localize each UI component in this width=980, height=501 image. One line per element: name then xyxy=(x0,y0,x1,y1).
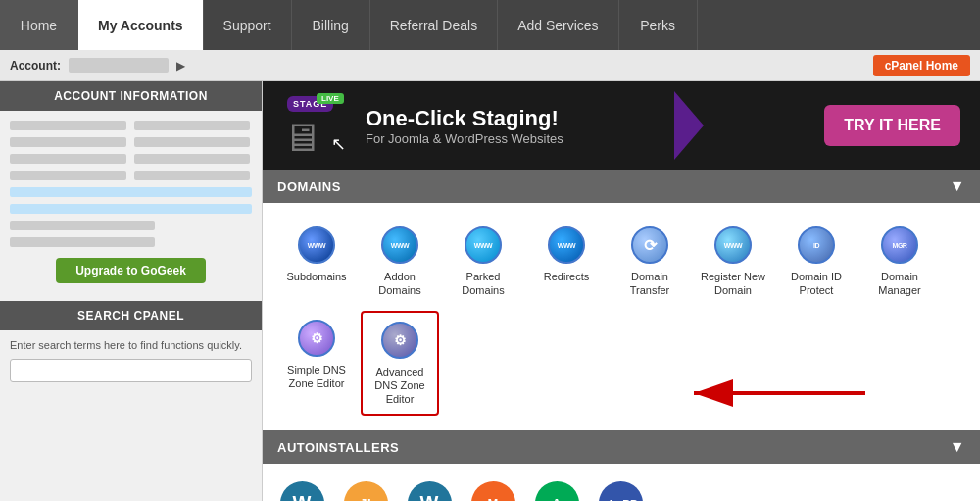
app5-autoinstaller-item[interactable]: A xyxy=(532,474,581,501)
domains-icons-grid: WWW Subdomains WWW Addon Domains WWW Par… xyxy=(263,203,980,430)
addon-domains-icon-item[interactable]: WWW Addon Domains xyxy=(361,218,439,306)
main-layout: ACCOUNT INFORMATION Upgrade to GoGeek SE… xyxy=(0,81,980,501)
account-bar-left: Account: •••••••••••• ▶ xyxy=(10,58,185,73)
domain-transfer-label: Domain Transfer xyxy=(615,270,684,298)
banner-text: One-Click Staging! For Joomla & WordPres… xyxy=(366,106,564,146)
domain-manager-icon-item[interactable]: MGR Domain Manager xyxy=(860,218,939,306)
domains-section-header[interactable]: DOMAINS ▼ xyxy=(263,170,980,203)
simple-dns-label: Simple DNS Zone Editor xyxy=(282,363,351,391)
register-new-domain-label: Register New Domain xyxy=(699,270,767,298)
redirects-icon: WWW xyxy=(547,225,586,265)
account-info-section: Upgrade to GoGeek xyxy=(0,111,262,301)
content-area: STAGE LIVE 🖥 ↖ One-Click Staging! For Jo… xyxy=(263,81,980,501)
autoinstallers-title: AUTOINSTALLERS xyxy=(277,440,399,455)
joomla-autoinstaller-item[interactable]: J! xyxy=(341,474,390,501)
account-label: Account: xyxy=(10,59,61,73)
addon-domains-icon: WWW xyxy=(380,225,419,265)
account-value: •••••••••••• xyxy=(69,58,169,73)
simple-dns-icon: ⚙ xyxy=(297,319,336,358)
subdomains-icon-item[interactable]: WWW Subdomains xyxy=(277,218,356,306)
parked-domains-icon: WWW xyxy=(464,225,503,265)
phpbb-icon: phpBB xyxy=(599,481,643,501)
autoinstaller-icons-row: W J! W M A phpBB xyxy=(263,464,980,501)
advanced-dns-label: Advanced DNS Zone Editor xyxy=(368,365,432,407)
phpbb-autoinstaller-item[interactable]: phpBB xyxy=(596,474,645,501)
search-section: Enter search terms here to find function… xyxy=(0,330,262,390)
nav-tab-support[interactable]: Support xyxy=(204,0,292,50)
try-it-here-button[interactable]: TRY IT HERE xyxy=(824,105,960,146)
domain-transfer-icon: ⟳ xyxy=(630,225,669,265)
monitor-display-icon: 🖥 xyxy=(282,116,321,160)
autoinstallers-section-header[interactable]: AUTOINSTALLERS ▼ xyxy=(263,430,980,464)
wordpress2-autoinstaller-item[interactable]: W xyxy=(405,474,454,501)
redirects-label: Redirects xyxy=(544,270,589,283)
stage-live-icon: STAGE LIVE 🖥 ↖ xyxy=(282,91,351,160)
banner-arrow-shape xyxy=(674,91,704,160)
domain-transfer-icon-item[interactable]: ⟳ Domain Transfer xyxy=(611,218,689,306)
magento-autoinstaller-item[interactable]: M xyxy=(468,474,517,501)
magento-icon: M xyxy=(471,481,515,501)
parked-domains-icon-item[interactable]: WWW Parked Domains xyxy=(444,218,522,306)
nav-tab-home[interactable]: Home xyxy=(0,0,78,50)
advanced-dns-icon-item[interactable]: ⚙ Advanced DNS Zone Editor xyxy=(361,311,439,417)
subdomains-label: Subdomains xyxy=(286,270,346,283)
banner-subtitle: For Joomla & WordPress Websites xyxy=(366,131,564,146)
register-new-domain-icon-item[interactable]: WWW Register New Domain xyxy=(694,218,772,306)
staging-banner: STAGE LIVE 🖥 ↖ One-Click Staging! For Jo… xyxy=(263,81,980,170)
advanced-dns-icon: ⚙ xyxy=(380,321,419,360)
wordpress-autoinstaller-item[interactable]: W xyxy=(277,474,326,501)
nav-tab-add-services[interactable]: Add Services xyxy=(498,0,618,50)
domain-id-protect-label: Domain ID Protect xyxy=(782,270,851,298)
account-info-title: ACCOUNT INFORMATION xyxy=(0,81,262,111)
domain-manager-icon: MGR xyxy=(880,225,919,265)
simple-dns-icon-item[interactable]: ⚙ Simple DNS Zone Editor xyxy=(277,311,356,417)
banner-title: One-Click Staging! xyxy=(366,106,564,131)
wordpress2-icon: W xyxy=(408,481,452,501)
register-new-domain-icon: WWW xyxy=(713,225,753,265)
account-bar: Account: •••••••••••• ▶ cPanel Home xyxy=(0,50,980,81)
domain-id-protect-icon-item[interactable]: ID Domain ID Protect xyxy=(777,218,856,306)
joomla-icon: J! xyxy=(344,481,388,501)
domains-icons-area: WWW Subdomains WWW Addon Domains WWW Par… xyxy=(263,203,980,430)
nav-tab-billing[interactable]: Billing xyxy=(292,0,370,50)
cursor-icon: ↖ xyxy=(331,133,346,155)
banner-left: STAGE LIVE 🖥 ↖ One-Click Staging! For Jo… xyxy=(282,91,564,160)
autoinstallers-chevron-icon: ▼ xyxy=(950,438,965,456)
domain-id-protect-icon: ID xyxy=(797,225,836,265)
domains-title: DOMAINS xyxy=(277,179,341,194)
domains-chevron-icon: ▼ xyxy=(950,177,965,195)
domain-manager-label: Domain Manager xyxy=(865,270,934,298)
cpanel-home-button[interactable]: cPanel Home xyxy=(873,55,970,76)
search-description: Enter search terms here to find function… xyxy=(10,338,252,353)
search-input[interactable] xyxy=(10,359,252,382)
nav-tab-my-accounts[interactable]: My Accounts xyxy=(78,0,204,50)
subdomains-icon: WWW xyxy=(297,225,336,265)
top-navigation: Home My Accounts Support Billing Referra… xyxy=(0,0,980,50)
parked-domains-label: Parked Domains xyxy=(449,270,517,298)
app5-icon: A xyxy=(535,481,579,501)
redirects-icon-item[interactable]: WWW Redirects xyxy=(527,218,606,306)
sidebar: ACCOUNT INFORMATION Upgrade to GoGeek SE… xyxy=(0,81,263,501)
account-arrow-icon: ▶ xyxy=(176,59,185,73)
nav-tab-referral-deals[interactable]: Referral Deals xyxy=(370,0,498,50)
wordpress-icon: W xyxy=(280,481,324,501)
live-badge: LIVE xyxy=(317,93,344,104)
nav-tab-perks[interactable]: Perks xyxy=(619,0,698,50)
search-cpanel-title: SEARCH CPANEL xyxy=(0,301,262,330)
addon-domains-label: Addon Domains xyxy=(366,270,434,298)
upgrade-button[interactable]: Upgrade to GoGeek xyxy=(56,258,206,283)
